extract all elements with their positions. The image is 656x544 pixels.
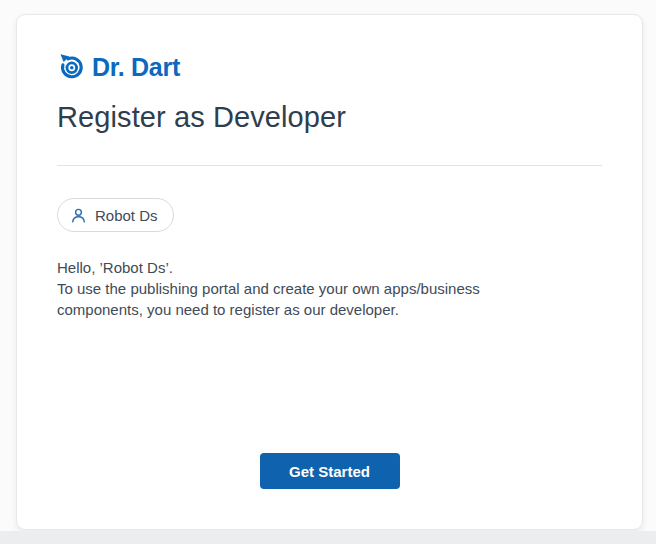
user-chip: Robot Ds [57, 198, 174, 232]
user-chip-label: Robot Ds [95, 207, 158, 224]
brand-name: Dr. Dart [92, 55, 180, 80]
register-card: Dr. Dart Register as Developer Robot Ds … [16, 14, 643, 530]
divider [57, 165, 602, 166]
page-bottom-strip [0, 531, 656, 544]
dart-target-icon [57, 53, 85, 81]
person-icon [70, 207, 87, 224]
page-title: Register as Developer [57, 98, 602, 136]
get-started-button[interactable]: Get Started [260, 453, 400, 489]
actions-area: Get Started [17, 453, 642, 489]
brand-logo: Dr. Dart [57, 53, 602, 81]
welcome-message: Hello, ’Robot Ds’. To use the publishing… [57, 257, 537, 320]
